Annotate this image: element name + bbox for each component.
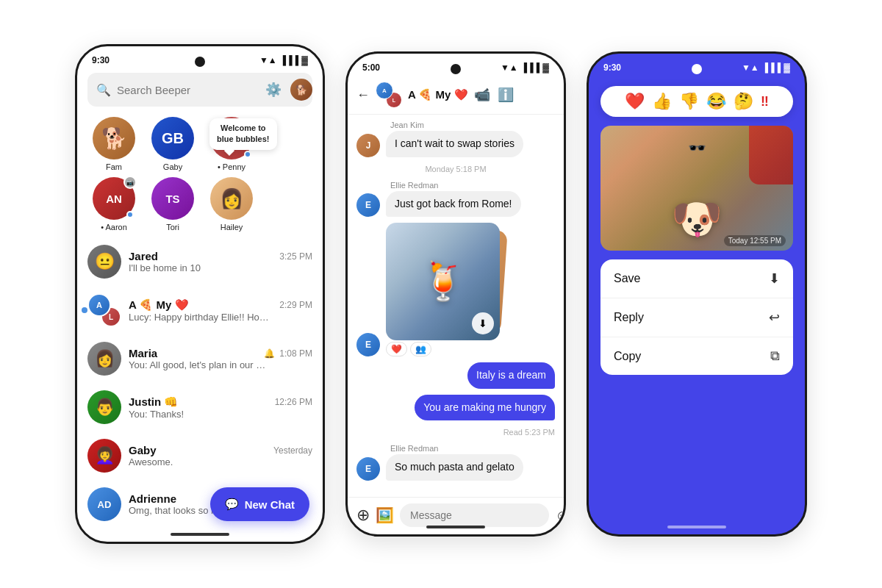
battery-icon-3: ▓ (784, 62, 790, 73)
chat-content-justin: Justin 👊 12:26 PM You: Thanks! (129, 395, 312, 420)
plus-icon[interactable]: ⊕ (356, 506, 370, 525)
phone-1: 9:30 ▼▲ ▐▐▐ ▓ 🔍 ⚙️ 🐕 Welcome toblue bubb… (75, 44, 325, 544)
chat-time-jared: 3:25 PM (279, 251, 312, 262)
chat-item-gaby[interactable]: 👩‍🦱 Gaby Yesterday Awesome. (77, 431, 323, 480)
chat-avatar-maria: 👩 (87, 342, 121, 376)
chat-content-gaby: Gaby Yesterday Awesome. (129, 444, 312, 467)
save-icon: ⬇ (769, 270, 780, 287)
context-menu-copy[interactable]: Copy ⧉ (600, 337, 793, 375)
phone-2-camera (451, 64, 461, 74)
context-menu-reply[interactable]: Reply ↩ (600, 298, 793, 337)
copy-icon: ⧉ (770, 348, 780, 364)
sender-jean-kim: Jean Kim (356, 121, 555, 129)
phone-3: 9:30 ▼▲ ▐▐▐ ▓ ❤️ 👍 👎 😂 🤔 ‼️ 🐶 🕶️ (587, 51, 807, 537)
phone-1-camera (195, 57, 205, 67)
story-avatar-fam: 🐕 (93, 117, 135, 159)
msg-avatar-ellie-3: E (356, 457, 380, 481)
msg-image-container: 🍹 ⬇ ❤️ 👥 (386, 223, 500, 356)
react-thinking[interactable]: 🤔 (734, 92, 753, 111)
chat-preview-amy: Lucy: Happy birthday Ellie!! Hope you've… (129, 312, 272, 323)
wifi-icon: ▼▲ (259, 55, 277, 65)
story-tori[interactable]: TS Tori (143, 177, 202, 232)
reaction-people: 👥 (410, 342, 431, 356)
image-icon[interactable]: 🖼️ (376, 506, 394, 524)
story-fam[interactable]: 🐕 Fam (85, 117, 143, 171)
message-input[interactable] (400, 503, 549, 527)
chat-name-jared: Jared (129, 250, 158, 262)
settings-icon[interactable]: ⚙️ (262, 79, 284, 101)
chat-preview-gaby: Awesome. (129, 456, 276, 467)
chat-item-jared[interactable]: 😐 Jared 3:25 PM I'll be home in 10 (77, 237, 323, 286)
video-icon[interactable]: 📹 (474, 87, 490, 103)
chat-avatar-amy-1: A (87, 293, 111, 317)
react-thumbs-down[interactable]: 👎 (679, 92, 699, 111)
image-timestamp: Today 12:55 PM (724, 235, 786, 246)
search-input[interactable] (117, 84, 257, 96)
phone-2-status-icons: ▼▲ ▐▐▐ ▓ (501, 62, 549, 73)
chat-content-amy: A 🍕 My ❤️ 2:29 PM Lucy: Happy birthday E… (129, 298, 312, 323)
chat-list: 😐 Jared 3:25 PM I'll be home in 10 A L (77, 237, 323, 528)
phone-2-time: 5:00 (362, 62, 380, 73)
msg-row-image: E 🍹 ⬇ ❤️ 👥 (356, 223, 555, 356)
header-avatar-1: A (376, 82, 393, 99)
react-exclaim[interactable]: ‼️ (761, 94, 769, 110)
story-label-fam: Fam (106, 162, 122, 171)
msg-row-jean: J I can't wait to swap stories (356, 131, 555, 157)
story-gaby[interactable]: GB Gaby (143, 117, 202, 171)
chat-avatar-jared: 😐 (87, 245, 121, 279)
chat-time-gaby: Yesterday (273, 445, 312, 456)
chat-time-amy: 2:29 PM (279, 300, 312, 310)
search-bar[interactable]: 🔍 ⚙️ 🐕 (87, 73, 312, 107)
battery-icon: ▓ (301, 55, 308, 65)
new-chat-fab[interactable]: 💬 New Chat (210, 487, 309, 521)
story-label-aaron: • Aaron (101, 223, 127, 232)
signal-icon-2: ▐▐▐ (521, 62, 540, 73)
chat-item-amy[interactable]: A L A 🍕 My ❤️ 2:29 PM Lucy: Happy birthd… (77, 286, 323, 334)
msg-bubble-sent-2: You are making me hungry (415, 395, 555, 421)
react-heart[interactable]: ❤️ (625, 92, 645, 111)
search-icon: 🔍 (96, 83, 111, 97)
story-avatar-gaby: GB (151, 117, 194, 159)
stories-row-2: AN 📷 • Aaron TS Tori 👩 Hailey (77, 177, 323, 237)
download-button[interactable]: ⬇ (472, 312, 494, 334)
chat-avatar-justin: 👨 (87, 390, 121, 424)
phone-2: 5:00 ▼▲ ▐▐▐ ▓ ← A L A 🍕 My ❤️ 📹 ℹ️ (345, 51, 566, 537)
chat-preview-maria: You: All good, let's plan in our meeting… (129, 359, 268, 370)
story-label-gaby: Gaby (163, 162, 182, 171)
phone-1-status-icons: ▼▲ ▐▐▐ ▓ (259, 55, 308, 65)
context-image: 🐶 🕶️ Today 12:55 PM (600, 126, 793, 251)
phone-3-home-bar (667, 526, 726, 528)
chat-item-maria[interactable]: 👩 Maria 🔔 1:08 PM You: All good, let's p… (77, 334, 323, 383)
msg-avatar-ellie: E (356, 193, 380, 217)
story-aaron[interactable]: AN 📷 • Aaron (85, 177, 143, 232)
emoji-reaction-bar[interactable]: ❤️ 👍 👎 😂 🤔 ‼️ (600, 86, 793, 117)
phone-2-home-bar (426, 526, 485, 528)
info-icon[interactable]: ℹ️ (498, 87, 514, 103)
user-avatar[interactable]: 🐕 (290, 79, 312, 101)
context-menu-save[interactable]: Save ⬇ (600, 259, 793, 298)
chat-item-justin[interactable]: 👨 Justin 👊 12:26 PM You: Thanks! (77, 383, 323, 431)
new-chat-label: New Chat (245, 498, 295, 511)
chat-name-adrienne: Adrienne (129, 492, 176, 505)
chat-name-gaby: Gaby (129, 444, 157, 456)
sender-ellie: Ellie Redman (356, 181, 555, 190)
new-chat-icon: 💬 (225, 498, 239, 511)
react-laugh[interactable]: 😂 (706, 92, 726, 111)
emoji-icon[interactable]: ☺ (555, 507, 566, 524)
welcome-tooltip: Welcome toblue bubbles! (209, 118, 277, 150)
unread-dot-amy (82, 307, 87, 313)
copy-label: Copy (614, 350, 641, 363)
chat-content-maria: Maria 🔔 1:08 PM You: All good, let's pla… (129, 347, 312, 370)
stories-row-1: Welcome toblue bubbles! 🐕 Fam GB Gaby P … (77, 111, 323, 177)
msg-bubble-sent-1: Italy is a dream (467, 362, 555, 389)
back-icon[interactable]: ← (356, 87, 370, 103)
story-hailey[interactable]: 👩 Hailey (202, 177, 261, 232)
phone-1-home-bar (171, 533, 229, 536)
reply-label: Reply (614, 311, 644, 324)
react-thumbs-up[interactable]: 👍 (652, 92, 672, 111)
dog-image-container: 🐶 🕶️ (653, 133, 741, 243)
chat-preview-justin: You: Thanks! (129, 409, 276, 420)
reaction-heart: ❤️ (386, 342, 407, 356)
chat-preview-jared: I'll be home in 10 (129, 262, 276, 273)
context-menu: Save ⬇ Reply ↩ Copy ⧉ (600, 259, 793, 375)
